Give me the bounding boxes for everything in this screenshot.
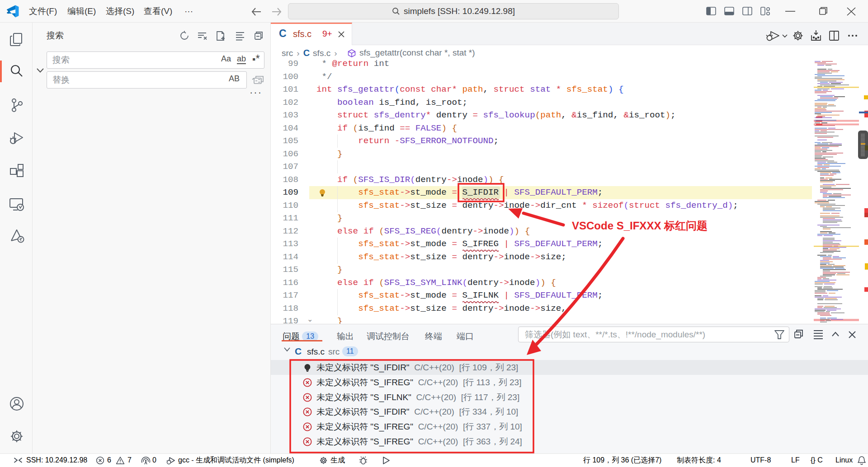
svg-text:VSCode S_IFXXX 标红问题: VSCode S_IFXXX 标红问题: [572, 219, 708, 232]
